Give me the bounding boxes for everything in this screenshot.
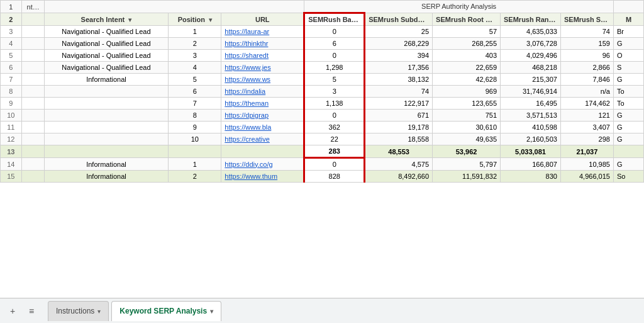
table-row: 6Navigational - Qualified Lead4https://w… xyxy=(1,62,644,74)
rank-cell: 166,807 xyxy=(501,158,561,171)
se-traffic-cell: 74 xyxy=(560,26,613,38)
table-row: 5Navigational - Qualified Lead3https://s… xyxy=(1,50,644,62)
search-intent-cell: Navigational - Qualified Lead xyxy=(44,62,169,74)
blank-cell xyxy=(21,122,44,133)
url-cell[interactable] xyxy=(221,145,304,158)
se-traffic-cell: 298 xyxy=(560,133,613,145)
row-num-cell: 14 xyxy=(1,158,22,171)
row-num-cell: 9 xyxy=(1,98,22,110)
subdomain-backlinks-cell: 394 xyxy=(365,50,433,62)
se-traffic-cell: 21,037 xyxy=(560,145,613,158)
url-cell[interactable]: https://laura-ar xyxy=(221,26,304,38)
subdomain-backlinks-cell: 17,356 xyxy=(365,62,433,74)
url-cell[interactable]: https://thinkthr xyxy=(221,38,304,50)
root-domain-backlinks-cell: 403 xyxy=(433,50,501,62)
root-domain-backlinks-cell: 268,255 xyxy=(433,38,501,50)
col-header-subdomain-backlinks: SEMrush Subdomain Backlinks ▾ xyxy=(365,13,433,26)
column-header-row: 2 Search Intent ▾ Position ▾ URL SEMRush… xyxy=(1,13,644,26)
blank-cell xyxy=(21,38,44,50)
subdomain-backlinks-cell: 25 xyxy=(365,26,433,38)
row-num-cell: 6 xyxy=(1,62,22,74)
tab-bar: + ≡ Instructions ▾ Keyword SERP Analysis… xyxy=(0,298,644,323)
row-num-cell: 12 xyxy=(1,133,22,145)
blank-cell xyxy=(21,133,44,145)
url-cell[interactable]: https://www.ws xyxy=(221,74,304,86)
url-cell[interactable]: https://sharedt xyxy=(221,50,304,62)
row-num-cell: 15 xyxy=(1,171,22,183)
backlinks-cell: 5 xyxy=(304,74,365,86)
subdomain-backlinks-cell: 18,558 xyxy=(365,133,433,145)
tab-bar-controls: + ≡ xyxy=(5,303,39,319)
table-row: 3Navigational - Qualified Lead1https://l… xyxy=(1,26,644,38)
root-domain-backlinks-cell: 5,797 xyxy=(433,158,501,171)
se-traffic-cell: 7,846 xyxy=(560,74,613,86)
url-cell[interactable]: https://www.thum xyxy=(221,171,304,183)
backlinks-cell: 362 xyxy=(304,122,365,133)
col-header-blank xyxy=(21,13,44,26)
col-m-cell: G xyxy=(613,110,643,122)
se-traffic-cell: n/a xyxy=(560,86,613,98)
col-header-se-traffic: SEMrush SE Traffic ▾ xyxy=(560,13,613,26)
sheet-list-button[interactable]: ≡ xyxy=(24,303,39,319)
table-row: 86https://indalia37496931,746,914n/aTo xyxy=(1,86,644,98)
root-domain-backlinks-cell: 42,628 xyxy=(433,74,501,86)
position-cell: 2 xyxy=(169,171,221,183)
rank-cell: 4,029,496 xyxy=(501,50,561,62)
se-traffic-cell: 3,407 xyxy=(560,122,613,133)
rank-cell: 830 xyxy=(501,171,561,183)
search-intent-cell xyxy=(44,145,169,158)
table-row: 97https://theman1,138122,917123,65516,49… xyxy=(1,98,644,110)
blank-cell xyxy=(21,86,44,98)
blank-cell xyxy=(21,26,44,38)
search-intent-cell: Informational xyxy=(44,74,169,86)
position-cell: 10 xyxy=(169,133,221,145)
tab-keyword-serp-label: Keyword SERP Analysis xyxy=(119,307,207,315)
se-traffic-cell: 174,462 xyxy=(560,98,613,110)
col-m-cell: O xyxy=(613,50,643,62)
url-cell[interactable]: https://www.bla xyxy=(221,122,304,133)
blank-cell xyxy=(21,50,44,62)
tab-keyword-serp-arrow: ▾ xyxy=(210,308,213,315)
table-row: 4Navigational - Qualified Lead2https://t… xyxy=(1,38,644,50)
url-cell[interactable]: https://ddiy.co/g xyxy=(221,158,304,171)
add-sheet-button[interactable]: + xyxy=(5,303,20,319)
position-cell: 5 xyxy=(169,74,221,86)
url-cell[interactable]: https://creative xyxy=(221,133,304,145)
subdomain-backlinks-cell: 74 xyxy=(365,86,433,98)
search-intent-cell xyxy=(44,133,169,145)
url-cell[interactable]: https://dpigrap xyxy=(221,110,304,122)
se-traffic-cell: 2,866 xyxy=(560,62,613,74)
row-num-cell: 11 xyxy=(1,122,22,133)
table-row: 15Informational2https://www.thum8288,492… xyxy=(1,171,644,183)
url-cell[interactable]: https://theman xyxy=(221,98,304,110)
filter-icon-srk[interactable]: ▾ xyxy=(557,16,560,23)
url-cell[interactable]: https://www.jes xyxy=(221,62,304,74)
tab-instructions[interactable]: Instructions ▾ xyxy=(48,301,109,321)
section-header-row: 1 nt Analysis SERP Authority Analysis xyxy=(1,1,644,13)
table-row: 108https://dpigrap06717513,571,513121G xyxy=(1,110,644,122)
backlinks-cell: 1,298 xyxy=(304,62,365,74)
tab-keyword-serp[interactable]: Keyword SERP Analysis ▾ xyxy=(111,301,221,321)
row-num-cell: 10 xyxy=(1,110,22,122)
search-intent-cell: Navigational - Qualified Lead xyxy=(44,50,169,62)
search-intent-cell: Navigational - Qualified Lead xyxy=(44,26,169,38)
filter-icon-pos[interactable]: ▾ xyxy=(209,16,212,23)
col-header-semrush-rank: SEMrush Rank ▾ xyxy=(501,13,561,26)
search-intent-cell xyxy=(44,122,169,133)
root-domain-backlinks-cell: 11,591,832 xyxy=(433,171,501,183)
spreadsheet-wrapper: 1 nt Analysis SERP Authority Analysis 2 … xyxy=(0,0,644,323)
row-num-cell: 3 xyxy=(1,26,22,38)
rank-cell: 4,635,033 xyxy=(501,26,561,38)
rank-cell: 2,160,503 xyxy=(501,133,561,145)
table-row: 1210https://creative2218,55849,6352,160,… xyxy=(1,133,644,145)
rank-cell: 5,033,081 xyxy=(501,145,561,158)
position-cell: 6 xyxy=(169,86,221,98)
search-intent-cell xyxy=(44,86,169,98)
url-cell[interactable]: https://indalia xyxy=(221,86,304,98)
backlinks-cell: 22 xyxy=(304,133,365,145)
filter-icon-si[interactable]: ▾ xyxy=(128,16,131,23)
blank-cell xyxy=(21,171,44,183)
root-domain-backlinks-cell: 969 xyxy=(433,86,501,98)
col-header-m: M xyxy=(613,13,643,26)
col-header-root-domain-backlinks: SEMrush Root Domain Backlinks ▾ xyxy=(433,13,501,26)
